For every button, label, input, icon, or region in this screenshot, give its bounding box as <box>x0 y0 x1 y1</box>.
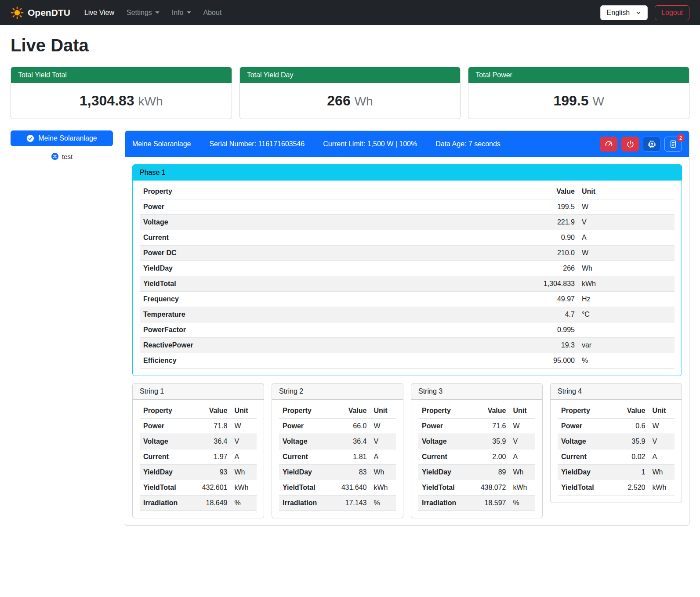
sidebar-item-test[interactable]: test <box>11 152 113 160</box>
table-row: Current 1.97 A <box>140 449 257 465</box>
row-unit: kWh <box>231 480 257 496</box>
event-log-button[interactable]: 2 <box>664 137 682 152</box>
device-info-button[interactable] <box>643 137 660 152</box>
column-header-unit: Unit <box>578 184 675 199</box>
row-unit: °C <box>578 307 675 322</box>
row-value: 36.4 <box>193 434 231 449</box>
row-value: 2.00 <box>472 449 509 465</box>
row-unit: A <box>509 449 535 465</box>
row-value: 49.97 <box>472 292 578 307</box>
row-value: 35.9 <box>472 434 509 449</box>
row-unit: Wh <box>649 465 675 480</box>
row-value: 210.0 <box>472 246 578 261</box>
row-property: Efficiency <box>140 353 472 369</box>
total-yield-total-card: Total Yield Total 1,304.83kWh <box>11 67 232 119</box>
row-value: 95.000 <box>472 353 578 369</box>
table-row: Power 199.5 W <box>140 199 675 215</box>
sidebar-item-meine-solaranlage[interactable]: Meine Solaranlage <box>11 130 113 146</box>
row-value: 199.5 <box>472 199 578 215</box>
table-row: Current 0.02 A <box>558 449 675 465</box>
column-header-property: Property <box>140 184 472 199</box>
row-value: 66.0 <box>333 419 370 434</box>
column-header-property: Property <box>140 403 193 419</box>
top-navbar: OpenDTU Live View Settings Info About En… <box>0 0 700 25</box>
row-property: YieldDay <box>418 465 472 480</box>
row-value: 266 <box>472 261 578 276</box>
table-row: Irradiation 17.143 % <box>279 496 396 511</box>
row-property: Current <box>558 449 611 465</box>
inverter-name: Meine Solaranlage <box>132 140 191 148</box>
row-unit: Wh <box>578 261 675 276</box>
row-unit: kWh <box>578 276 675 292</box>
nav-item-about[interactable]: About <box>197 5 228 20</box>
row-property: YieldTotal <box>279 480 333 496</box>
row-property: Current <box>140 230 472 246</box>
table-row: Voltage 35.9 V <box>558 434 675 449</box>
brand[interactable]: OpenDTU <box>11 6 70 19</box>
chevron-down-icon <box>636 10 641 15</box>
table-row: YieldTotal 431.640 kWh <box>279 480 396 496</box>
row-unit: W <box>649 419 675 434</box>
string-title: String 1 <box>133 384 264 400</box>
table-row: ReactivePower 19.3 var <box>140 338 675 353</box>
column-header-unit: Unit <box>370 403 396 419</box>
string-title: String 4 <box>551 384 682 400</box>
row-value: 17.143 <box>333 496 370 511</box>
string-title: String 2 <box>272 384 403 400</box>
row-unit: V <box>370 434 396 449</box>
nav-item-live-view[interactable]: Live View <box>78 5 120 20</box>
power-button[interactable] <box>621 137 639 152</box>
row-unit: V <box>649 434 675 449</box>
logout-button[interactable]: Logout <box>655 5 689 20</box>
table-row: PowerFactor 0.995 <box>140 322 675 338</box>
brand-label: OpenDTU <box>28 7 70 18</box>
row-property: YieldDay <box>140 465 193 480</box>
string-4-card: String 4 Property Value Unit <box>550 383 682 503</box>
string-2-card: String 2 Property Value Unit <box>272 383 403 518</box>
row-property: YieldDay <box>140 261 472 276</box>
table-row: YieldDay 1 Wh <box>558 465 675 480</box>
row-value: 36.4 <box>333 434 370 449</box>
card-title: Total Yield Day <box>240 67 461 83</box>
row-value: 71.8 <box>193 419 231 434</box>
row-unit: Wh <box>370 465 396 480</box>
limit-settings-button[interactable] <box>600 137 617 152</box>
inverter-data-age: Data Age: 7 seconds <box>435 140 501 148</box>
table-row: Temperature 4.7 °C <box>140 307 675 322</box>
nav-item-info[interactable]: Info <box>166 5 197 20</box>
row-unit: V <box>509 434 535 449</box>
column-header-value: Value <box>611 403 649 419</box>
row-property: Irradiation <box>140 496 193 511</box>
language-select[interactable]: English <box>600 5 648 20</box>
row-unit: W <box>509 419 535 434</box>
row-property: ReactivePower <box>140 338 472 353</box>
row-value: 431.640 <box>333 480 370 496</box>
row-unit: A <box>649 449 675 465</box>
row-unit: A <box>231 449 257 465</box>
event-count-badge: 2 <box>677 134 685 142</box>
row-unit: kWh <box>649 480 675 496</box>
row-unit: V <box>578 215 675 230</box>
string-3-card: String 3 Property Value Unit <box>411 383 543 518</box>
row-property: Frequency <box>140 292 472 307</box>
row-property: Power <box>279 419 333 434</box>
row-property: Voltage <box>558 434 611 449</box>
table-row: Current 1.81 A <box>279 449 396 465</box>
row-value: 18.597 <box>472 496 509 511</box>
total-yield-day-unit: Wh <box>355 94 373 108</box>
nav-item-settings[interactable]: Settings <box>120 5 166 20</box>
inverter-sidebar: Meine Solaranlage test <box>11 130 113 160</box>
row-property: Voltage <box>279 434 333 449</box>
table-row: Power 66.0 W <box>279 419 396 434</box>
total-yield-day-value: 266 <box>327 93 350 109</box>
row-unit: kWh <box>509 480 535 496</box>
row-property: Power <box>140 199 472 215</box>
row-value: 1 <box>611 465 649 480</box>
row-unit: W <box>578 199 675 215</box>
row-value: 0.995 <box>472 322 578 338</box>
table-row: Voltage 36.4 V <box>279 434 396 449</box>
phase-title: Phase 1 <box>133 165 682 181</box>
row-value: 89 <box>472 465 509 480</box>
row-property: YieldTotal <box>558 480 611 496</box>
row-unit: % <box>509 496 535 511</box>
